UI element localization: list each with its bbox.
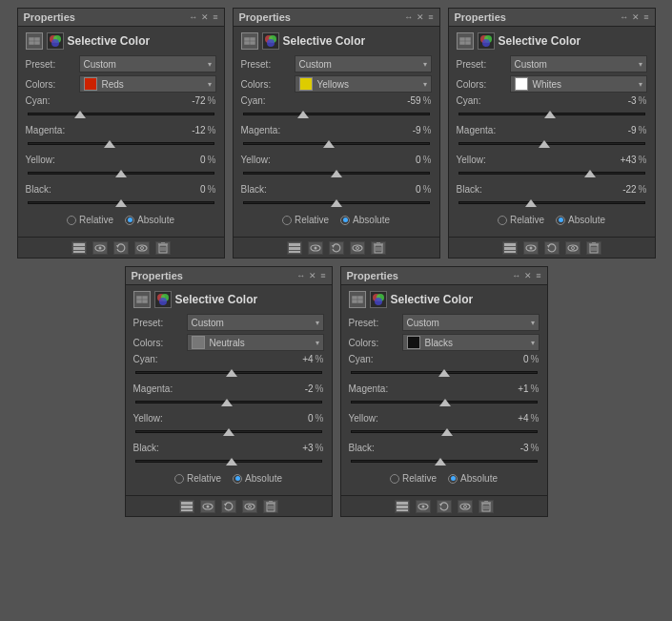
view-icon[interactable] <box>308 241 323 255</box>
colors-dropdown[interactable]: Neutrals ▾ <box>187 334 324 351</box>
pct-label: % <box>531 413 540 424</box>
radio-relative-circle[interactable] <box>174 474 184 484</box>
view-icon[interactable] <box>200 500 215 513</box>
slider-track-container-1[interactable] <box>351 395 538 408</box>
visibility-icon[interactable] <box>134 241 150 255</box>
pin-icon[interactable]: ↔ <box>404 12 413 22</box>
colors-dropdown[interactable]: Reds ▾ <box>79 75 216 93</box>
slider-track <box>458 142 645 145</box>
slider-track-container-1[interactable] <box>135 395 322 408</box>
reset-icon[interactable] <box>437 500 452 513</box>
slider-label: Yellow: <box>133 413 183 424</box>
close-icon[interactable]: ✕ <box>417 12 424 22</box>
slider-track-container-3[interactable] <box>351 454 538 467</box>
slider-value-row: -3 % <box>500 443 540 453</box>
colors-dropdown[interactable]: Whites ▾ <box>510 75 647 93</box>
delete-icon[interactable] <box>263 500 278 513</box>
pin-icon[interactable]: ↔ <box>296 271 305 280</box>
layer-comp-icon[interactable] <box>179 500 194 513</box>
preset-dropdown[interactable]: Custom ▾ <box>79 55 216 72</box>
radio-absolute-circle[interactable] <box>556 216 565 225</box>
panel-title: Properties <box>455 11 506 23</box>
slider-track-container-3[interactable] <box>458 196 645 209</box>
view-icon[interactable] <box>416 500 431 513</box>
slider-track-container-2[interactable] <box>135 424 322 438</box>
radio-absolute[interactable]: Absolute <box>233 473 282 484</box>
slider-track-container-3[interactable] <box>243 196 430 209</box>
colors-dropdown[interactable]: Yellows ▾ <box>295 75 432 93</box>
menu-icon[interactable]: ≡ <box>643 12 648 22</box>
preset-dropdown[interactable]: Custom ▾ <box>510 55 647 72</box>
reset-icon[interactable] <box>113 241 129 255</box>
preset-dropdown[interactable]: Custom ▾ <box>187 314 324 331</box>
delete-icon[interactable] <box>155 241 171 255</box>
slider-track-container-1[interactable] <box>28 136 214 150</box>
radio-absolute-circle[interactable] <box>125 216 134 225</box>
radio-relative-circle[interactable] <box>67 216 76 225</box>
view-icon[interactable] <box>523 241 539 255</box>
visibility-icon[interactable] <box>350 241 365 255</box>
radio-absolute-circle[interactable] <box>340 216 350 225</box>
radio-absolute[interactable]: Absolute <box>125 215 174 225</box>
close-icon[interactable]: ✕ <box>201 12 209 22</box>
layer-comp-icon[interactable] <box>395 500 410 513</box>
radio-absolute-circle[interactable] <box>448 474 458 484</box>
reset-icon[interactable] <box>329 241 344 255</box>
view-icon[interactable] <box>92 241 108 255</box>
pin-icon[interactable]: ↔ <box>189 12 197 22</box>
menu-icon[interactable]: ≡ <box>428 12 433 22</box>
radio-absolute[interactable]: Absolute <box>448 473 498 484</box>
layer-comp-icon[interactable] <box>71 241 87 255</box>
pct-label: % <box>208 95 216 106</box>
radio-relative-circle[interactable] <box>498 216 507 225</box>
visibility-icon[interactable] <box>458 500 473 513</box>
radio-relative-circle[interactable] <box>390 474 399 484</box>
slider-track-container-0[interactable] <box>458 107 645 120</box>
delete-icon[interactable] <box>371 241 386 255</box>
radio-relative[interactable]: Relative <box>282 215 329 225</box>
menu-icon[interactable]: ≡ <box>536 271 540 280</box>
slider-track-container-1[interactable] <box>458 136 645 150</box>
colors-label: Colors: <box>457 79 506 90</box>
layer-comp-icon[interactable] <box>287 241 302 255</box>
slider-row-0: Cyan: 0 % <box>349 354 540 379</box>
slider-track-container-1[interactable] <box>243 136 430 150</box>
radio-absolute-circle[interactable] <box>233 474 242 484</box>
preset-dropdown[interactable]: Custom ▾ <box>295 55 432 72</box>
slider-track-container-2[interactable] <box>28 166 214 179</box>
close-icon[interactable]: ✕ <box>524 271 532 280</box>
radio-relative[interactable]: Relative <box>498 215 544 225</box>
slider-track-container-2[interactable] <box>351 424 538 438</box>
slider-track-container-0[interactable] <box>28 107 214 120</box>
delete-icon[interactable] <box>586 241 601 255</box>
radio-absolute[interactable]: Absolute <box>556 215 605 225</box>
radio-relative[interactable]: Relative <box>390 473 437 484</box>
radio-relative[interactable]: Relative <box>67 215 113 225</box>
slider-track-container-2[interactable] <box>458 166 645 179</box>
menu-icon[interactable]: ≡ <box>320 271 325 280</box>
radio-relative[interactable]: Relative <box>174 473 221 484</box>
slider-track-container-0[interactable] <box>135 365 322 379</box>
slider-track-container-3[interactable] <box>135 454 322 467</box>
preset-dropdown[interactable]: Custom ▾ <box>402 314 540 331</box>
visibility-icon[interactable] <box>565 241 580 255</box>
radio-relative-circle[interactable] <box>282 216 292 225</box>
slider-track-container-2[interactable] <box>243 166 430 179</box>
layer-comp-icon[interactable] <box>502 241 518 255</box>
slider-track-container-3[interactable] <box>28 196 214 209</box>
colors-dropdown[interactable]: Blacks ▾ <box>402 334 540 351</box>
visibility-icon[interactable] <box>242 500 257 513</box>
pin-icon[interactable]: ↔ <box>620 12 628 22</box>
menu-icon[interactable]: ≡ <box>213 12 217 22</box>
close-icon[interactable]: ✕ <box>632 12 640 22</box>
reset-icon[interactable] <box>221 500 236 513</box>
slider-track-container-0[interactable] <box>351 365 538 379</box>
svg-marker-71 <box>224 504 227 507</box>
delete-icon[interactable] <box>479 500 494 513</box>
svg-rect-6 <box>73 243 85 246</box>
radio-absolute[interactable]: Absolute <box>340 215 390 225</box>
slider-track-container-0[interactable] <box>243 107 430 120</box>
pin-icon[interactable]: ↔ <box>512 271 520 280</box>
reset-icon[interactable] <box>544 241 560 255</box>
close-icon[interactable]: ✕ <box>309 271 316 280</box>
